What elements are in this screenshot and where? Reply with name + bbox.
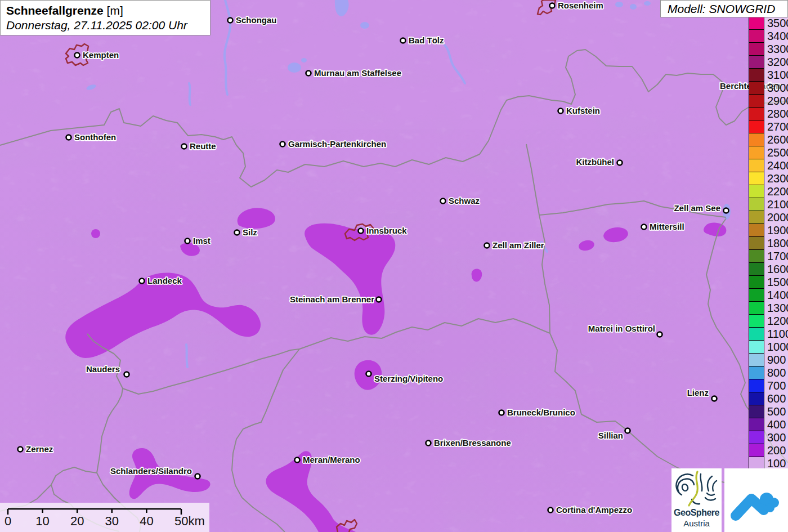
legend-value: 2700: [764, 120, 788, 133]
city-label: Steinach am Brenner: [290, 294, 374, 304]
city-marker: [724, 208, 729, 213]
city-marker: [485, 243, 490, 248]
legend-swatch: [749, 172, 764, 185]
city-marker: [550, 3, 555, 8]
legend-entry: 1700: [749, 250, 788, 263]
city-label: Garmisch-Partenkirchen: [288, 139, 386, 149]
title-parameter: Schneefallgrenze: [6, 4, 104, 17]
city-label: Innsbruck: [366, 226, 407, 235]
legend-value: 500: [764, 405, 786, 418]
city-label: Zell am Ziller: [492, 240, 544, 250]
city-label: Silz: [243, 227, 257, 237]
legend-entry: 1900: [749, 224, 788, 237]
legend-swatch: [749, 185, 764, 198]
legend-entry: 400: [749, 418, 788, 431]
city-label: Meran/Merano: [303, 455, 360, 464]
legend-entry: 2000: [749, 211, 788, 224]
geosphere-logo-country: Austria: [671, 518, 722, 528]
lake-chiemsee-3: [644, 1, 651, 6]
legend-entry: 2100: [749, 198, 788, 211]
city-label: Bad Tölz: [409, 35, 444, 45]
legend-swatch: [749, 366, 764, 379]
city-marker: [75, 53, 80, 58]
legend-value: 2600: [764, 133, 788, 146]
legend-swatch: [749, 328, 764, 341]
legend-value: 200: [764, 444, 786, 457]
legend-swatch: [749, 289, 764, 302]
city-label: Schlanders/Silandro: [110, 466, 192, 476]
scalebar-tick-label: 0: [5, 514, 11, 528]
legend-entry: 1500: [749, 276, 788, 289]
legend-value: 400: [764, 418, 786, 431]
city-label: Mittersill: [650, 222, 684, 231]
legend-swatch: [749, 198, 764, 211]
legend-value: 2800: [764, 108, 788, 120]
city-label: Zell am See: [674, 203, 720, 213]
city-label: Bruneck/Brunico: [507, 408, 575, 417]
city-marker: [625, 428, 630, 433]
zone-dot: [91, 229, 100, 238]
title-box: Schneefallgrenze [m] Donnerstag, 27.11.2…: [0, 0, 211, 35]
legend-entry: 1000: [749, 341, 788, 354]
legend-entry: 1100: [749, 328, 788, 341]
city-label: Schwaz: [449, 196, 480, 205]
legend-swatch: [749, 224, 764, 237]
city-label: Kempten: [83, 50, 119, 60]
legend-value: 2000: [764, 211, 788, 224]
lake-chiemsee-1: [615, 2, 623, 7]
map-title: Schneefallgrenze [m]: [6, 3, 204, 18]
legend-swatch: [749, 276, 764, 289]
legend-entry: 700: [749, 379, 788, 392]
city-label: Nauders: [86, 364, 120, 374]
legend-entry: 1600: [749, 263, 788, 276]
legend-swatch: [749, 133, 764, 146]
legend-swatch: [749, 379, 764, 392]
city-label: Murnau am Staffelsee: [314, 68, 401, 78]
city-marker: [295, 458, 300, 463]
lake-chiemsee-2: [630, 4, 637, 10]
city-marker: [377, 297, 382, 302]
legend-value: 2300: [764, 172, 788, 185]
city-marker: [195, 474, 200, 479]
legend-swatch: [749, 263, 764, 276]
legend-value: 3500: [764, 17, 788, 30]
city-marker: [426, 441, 431, 446]
legend-swatch: [749, 30, 764, 43]
legend-entry: 3100: [749, 69, 788, 82]
legend-swatch: [749, 341, 764, 354]
terrain-hillshade-light: [0, 0, 788, 532]
city-marker: [366, 372, 371, 377]
lake-staffelsee: [288, 62, 301, 73]
legend-value: 1800: [764, 237, 788, 250]
city-marker: [66, 135, 71, 140]
legend-entry: 1200: [749, 315, 788, 328]
legend-value: 600: [764, 392, 786, 405]
elevation-legend: 3500340033003200310030002900280027002600…: [749, 17, 788, 470]
legend-value: 3300: [764, 43, 788, 56]
river-inn: [186, 345, 187, 367]
legend-value: 3200: [764, 56, 788, 69]
legend-entry: 2800: [749, 108, 788, 120]
city-marker: [401, 38, 406, 43]
legend-swatch: [749, 82, 764, 95]
legend-swatch: [749, 146, 764, 159]
city-marker: [280, 142, 285, 147]
legend-value: 2500: [764, 146, 788, 159]
legend-entry: 800: [749, 366, 788, 379]
legend-value: 3400: [764, 30, 788, 43]
legend-value: 2400: [764, 159, 788, 172]
city-marker: [182, 144, 187, 149]
scalebar-graphic: 01020304050km: [0, 503, 209, 532]
city-marker: [499, 410, 504, 415]
legend-entry: 1300: [749, 302, 788, 315]
map-datetime: Donnerstag, 27.11.2025 02:00 Uhr: [6, 18, 204, 33]
city-marker: [712, 396, 717, 401]
river-lech-fuessen: [189, 83, 190, 105]
city-label: Brixen/Bressanone: [434, 438, 511, 448]
legend-swatch: [749, 95, 764, 108]
legend-swatch: [749, 108, 764, 120]
lake-kochelsee: [360, 22, 369, 29]
legend-swatch: [749, 392, 764, 405]
legend-entry: 300: [749, 431, 788, 444]
legend-swatch: [749, 69, 764, 82]
